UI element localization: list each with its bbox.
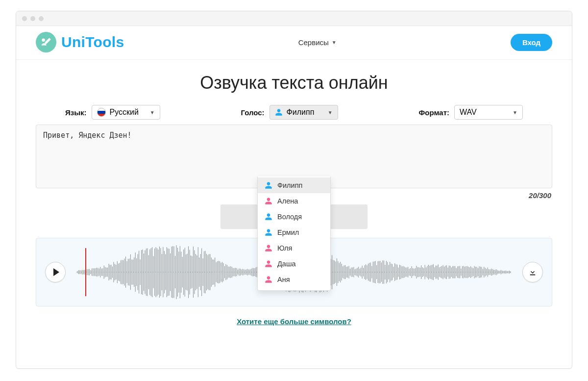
language-dropdown[interactable]: Русский ▼ — [92, 105, 160, 120]
format-control: Формат: WAV ▼ — [418, 105, 523, 120]
caret-down-icon: ▼ — [513, 110, 517, 115]
voice-option[interactable]: Даша — [258, 256, 330, 272]
format-dropdown[interactable]: WAV ▼ — [454, 105, 523, 120]
nav-services-label: Сервисы — [298, 38, 329, 47]
person-icon — [265, 213, 272, 221]
voice-control: Голос: Филипп ▼ — [241, 105, 338, 120]
format-value: WAV — [460, 108, 477, 117]
svg-rect-362 — [530, 275, 536, 276]
voice-dropdown[interactable]: Филипп ▼ — [270, 105, 338, 120]
more-characters-link[interactable]: Хотите еще больше символов? — [36, 317, 552, 326]
voice-option[interactable]: Юля — [258, 240, 330, 256]
voice-option[interactable]: Алена — [258, 193, 330, 209]
download-button[interactable] — [522, 262, 543, 282]
play-button[interactable] — [45, 262, 66, 282]
window-maximize-icon[interactable] — [39, 16, 44, 21]
voice-label: Голос: — [241, 108, 264, 117]
voice-option-label: Филипп — [277, 181, 302, 189]
person-icon — [275, 108, 283, 116]
site-header: UniTools Сервисы ▼ Вход — [16, 26, 572, 60]
nav-services-dropdown[interactable]: Сервисы ▼ — [298, 38, 337, 47]
page-title: Озвучка текста онлайн — [36, 73, 552, 93]
traffic-lights — [22, 16, 44, 21]
caret-down-icon: ▼ — [328, 110, 333, 115]
voice-dropdown-menu: ФилиппАленаВолодяЕрмилЮляДашаАня — [257, 177, 331, 291]
brand-name: UniTools — [61, 34, 124, 51]
voice-option-label: Алена — [277, 197, 298, 205]
person-icon — [265, 260, 272, 268]
voice-option-label: Володя — [277, 213, 302, 221]
window-minimize-icon[interactable] — [30, 16, 35, 21]
voice-option-label: Ермил — [277, 229, 299, 236]
playback-cursor[interactable] — [85, 248, 86, 296]
caret-down-icon: ▼ — [332, 40, 337, 45]
download-icon — [528, 268, 537, 277]
brand-logo-icon — [36, 32, 56, 52]
svg-point-0 — [42, 38, 45, 42]
caret-down-icon: ▼ — [150, 110, 155, 115]
person-icon — [265, 229, 272, 236]
voice-option-label: Даша — [277, 260, 296, 268]
format-label: Формат: — [418, 108, 449, 117]
language-control: Язык: Русский ▼ — [65, 105, 160, 120]
play-icon — [53, 268, 59, 276]
login-button[interactable]: Вход — [511, 34, 552, 51]
person-icon — [265, 181, 272, 189]
flag-ru-icon — [97, 108, 106, 117]
browser-titlebar — [16, 11, 572, 26]
brand[interactable]: UniTools — [36, 32, 124, 52]
voice-option[interactable]: Филипп — [258, 178, 330, 193]
person-icon — [265, 197, 272, 205]
voice-option[interactable]: Ермил — [258, 225, 330, 240]
controls-row: Язык: Русский ▼ Голос: — [36, 105, 552, 120]
language-label: Язык: — [65, 108, 87, 117]
person-icon — [265, 244, 272, 252]
window-close-icon[interactable] — [22, 16, 27, 21]
voice-option-label: Аня — [277, 276, 290, 283]
voice-option[interactable]: Аня — [258, 272, 330, 287]
voice-option-label: Юля — [277, 244, 292, 252]
browser-frame: UniTools Сервисы ▼ Вход Озвучка текста о… — [16, 11, 572, 369]
language-value: Русский — [110, 108, 139, 117]
person-icon — [265, 276, 272, 283]
voice-value: Филипп — [287, 108, 315, 117]
voice-option[interactable]: Володя — [258, 209, 330, 225]
